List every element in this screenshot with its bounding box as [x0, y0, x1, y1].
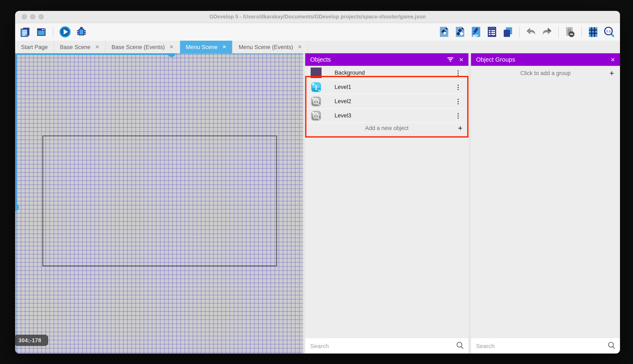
object-groups-panel-header: Object Groups ✕	[471, 53, 620, 66]
zoom-original-icon[interactable]: 1:1	[603, 26, 615, 38]
groups-search-input[interactable]	[471, 338, 620, 354]
object-groups-panel: Object Groups ✕ Click to add a group +	[471, 53, 620, 354]
toolbar: 1:1	[15, 23, 620, 41]
scene-editor-canvas[interactable]: 304;-178	[15, 53, 303, 354]
panel-divider	[468, 53, 471, 354]
add-new-object-label: Add a new object	[365, 125, 408, 131]
object-groups-panel-icon[interactable]	[454, 26, 466, 38]
cursor-coordinates-badge: 304;-178	[15, 335, 48, 346]
close-tab-icon[interactable]: ✕	[298, 44, 302, 50]
close-panel-icon[interactable]: ✕	[456, 54, 467, 65]
object-row-level1[interactable]: 1 Level1 ⋮	[305, 80, 468, 94]
start-page-icon[interactable]	[35, 26, 47, 38]
objects-panel-icon[interactable]	[438, 26, 450, 38]
horizontal-scroll-strip[interactable]	[15, 53, 303, 55]
window-mask-icon[interactable]	[564, 26, 576, 38]
objects-panel-title: Objects	[310, 56, 331, 63]
objects-panel: Objects ✕ Background ⋮	[305, 53, 468, 354]
window-title: GDevelop 5 - /Users/dkarakay/Documents/G…	[15, 14, 620, 20]
background-thumbnail	[311, 68, 322, 78]
object-menu-icon[interactable]: ⋮	[455, 94, 461, 108]
plus-icon[interactable]: +	[609, 69, 614, 77]
object-groups-panel-title: Object Groups	[476, 56, 515, 63]
close-panel-icon[interactable]: ✕	[607, 54, 618, 65]
gdevelop-window: GDevelop 5 - /Users/dkarakay/Documents/G…	[15, 11, 620, 354]
objects-panel-header: Objects ✕	[305, 53, 468, 66]
tab-label: Menu Scene	[186, 44, 218, 50]
editor-tabbar: Start Page Base Scene ✕ Base Scene (Even…	[15, 41, 620, 53]
object-name: Level3	[335, 112, 351, 119]
add-group-button[interactable]: Click to add a group +	[471, 66, 620, 80]
svg-text:1: 1	[314, 84, 318, 90]
toolbar-divider	[53, 26, 53, 37]
properties-panel-icon[interactable]	[470, 26, 482, 38]
panel-divider	[303, 53, 305, 354]
vertical-scroll-handle[interactable]	[15, 204, 19, 211]
search-icon	[456, 341, 464, 352]
object-name: Level1	[335, 84, 351, 90]
objects-search-bar	[305, 338, 468, 354]
toolbar-divider	[519, 26, 520, 37]
tab-base-scene-events[interactable]: Base Scene (Events) ✕	[106, 41, 180, 53]
object-menu-icon[interactable]: ⋮	[455, 66, 461, 80]
tab-base-scene[interactable]: Base Scene ✕	[54, 41, 106, 53]
objects-search-input[interactable]	[305, 338, 468, 354]
groups-list-empty-area	[471, 80, 620, 338]
game-window-border	[42, 136, 277, 266]
grid-icon[interactable]	[587, 26, 599, 38]
tab-label: Menu Scene (Events)	[239, 44, 293, 50]
search-icon	[607, 341, 616, 352]
horizontal-scroll-handle[interactable]	[168, 53, 175, 57]
toolbar-left-group	[15, 26, 87, 38]
object-row-background[interactable]: Background ⋮	[305, 66, 468, 80]
add-group-label: Click to add a group	[520, 70, 571, 76]
close-tab-icon[interactable]: ✕	[222, 44, 226, 50]
object-name: Background	[335, 70, 365, 76]
project-manager-icon[interactable]	[19, 26, 31, 38]
locked-button-icon	[311, 96, 322, 106]
tab-menu-scene-events[interactable]: Menu Scene (Events) ✕	[233, 41, 308, 53]
play-icon[interactable]	[59, 26, 71, 38]
debug-icon[interactable]	[76, 26, 87, 38]
toolbar-right-group: 1:1	[438, 26, 620, 38]
svg-text:1:1: 1:1	[606, 29, 610, 33]
tab-label: Base Scene (Events)	[111, 44, 165, 50]
object-name: Level2	[335, 98, 351, 104]
tab-menu-scene[interactable]: Menu Scene ✕	[180, 41, 233, 53]
object-menu-icon[interactable]: ⋮	[455, 80, 461, 94]
titlebar: GDevelop 5 - /Users/dkarakay/Documents/G…	[15, 11, 620, 23]
main-area: 304;-178 Objects ✕	[15, 53, 620, 354]
close-tab-icon[interactable]: ✕	[95, 44, 99, 50]
tab-start-page[interactable]: Start Page	[15, 41, 54, 53]
close-tab-icon[interactable]: ✕	[169, 44, 174, 50]
screenshot-stage: GDevelop 5 - /Users/dkarakay/Documents/G…	[0, 0, 633, 364]
filter-icon[interactable]	[445, 54, 456, 65]
instances-list-panel-icon[interactable]	[486, 26, 498, 38]
objects-list-empty-area	[305, 133, 468, 338]
object-row-level3[interactable]: Level3 ⋮	[305, 108, 468, 123]
undo-icon[interactable]	[525, 26, 537, 38]
toolbar-divider	[581, 26, 582, 37]
toolbar-divider	[558, 26, 559, 37]
redo-icon[interactable]	[541, 26, 553, 38]
object-row-level2[interactable]: Level2 ⋮	[305, 94, 468, 108]
plus-icon[interactable]: +	[458, 124, 463, 132]
locked-button-icon	[311, 110, 322, 121]
tab-label: Base Scene	[60, 44, 91, 50]
groups-search-bar	[471, 338, 620, 354]
object-menu-icon[interactable]: ⋮	[455, 108, 461, 122]
layers-panel-icon[interactable]	[502, 26, 514, 38]
level1-button-icon: 1	[311, 82, 322, 92]
add-new-object-button[interactable]: Add a new object +	[305, 123, 468, 133]
tab-label: Start Page	[21, 44, 48, 50]
